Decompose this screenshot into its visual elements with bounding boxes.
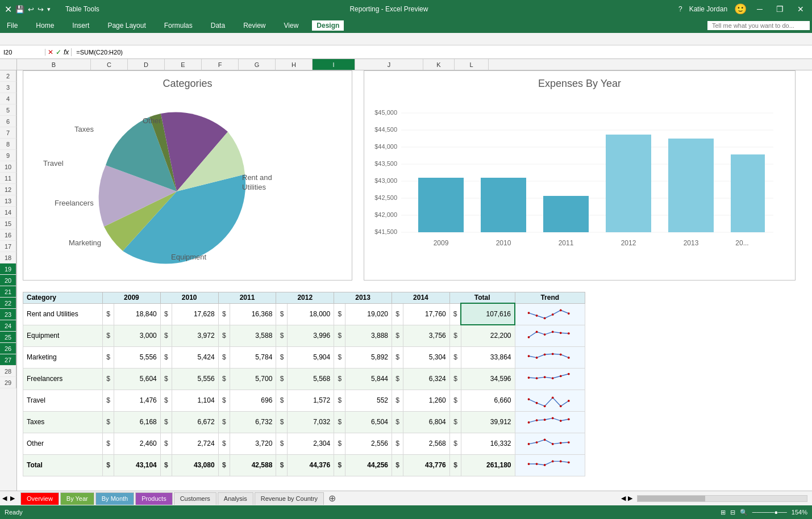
col-header-C[interactable]: C: [91, 59, 128, 70]
cell-total[interactable]: 22,200: [461, 325, 515, 346]
th-2013[interactable]: 2013: [334, 292, 392, 304]
col-header-E[interactable]: E: [165, 59, 202, 70]
cell-value[interactable]: 3,000: [114, 325, 161, 346]
cell-total[interactable]: 261,180: [461, 454, 515, 476]
cell-value[interactable]: 696: [230, 390, 276, 411]
tab-view[interactable]: View: [280, 20, 303, 31]
help-icon[interactable]: ?: [678, 5, 682, 13]
cell-value[interactable]: 5,700: [230, 368, 276, 390]
scroll-right-arrow[interactable]: ◀: [621, 495, 626, 502]
formula-fx[interactable]: fx: [64, 48, 69, 56]
cell-category[interactable]: Equipment: [23, 325, 103, 346]
cell-value[interactable]: 17,628: [172, 303, 218, 325]
zoom-in-icon[interactable]: 🔍: [740, 509, 748, 516]
cell-value[interactable]: 18,840: [114, 303, 161, 325]
cell-value[interactable]: 16,368: [230, 303, 276, 325]
cell-category[interactable]: Taxes: [23, 411, 103, 433]
tab-page-layout[interactable]: Page Layout: [103, 20, 150, 31]
table-row[interactable]: Rent and Utilities$18,840$17,628$16,368$…: [23, 303, 585, 325]
cell-category[interactable]: Freelancers: [23, 368, 103, 390]
cell-value[interactable]: 6,168: [114, 411, 161, 433]
cell-value[interactable]: 18,000: [288, 303, 334, 325]
th-2014[interactable]: 2014: [392, 292, 449, 304]
tab-data[interactable]: Data: [206, 20, 230, 31]
table-row[interactable]: Marketing$5,556$5,424$5,784$5,904$5,892$…: [23, 346, 585, 368]
cell-total[interactable]: 107,616: [461, 303, 515, 325]
tab-formulas[interactable]: Formulas: [160, 20, 197, 31]
table-row[interactable]: Travel$1,476$1,104$696$1,572$552$1,260$6…: [23, 390, 585, 411]
cell-value[interactable]: 5,568: [288, 368, 334, 390]
cell-value[interactable]: 3,888: [345, 325, 392, 346]
cell-value[interactable]: 1,572: [288, 390, 334, 411]
sheet-tab-bymonth[interactable]: By Month: [95, 492, 134, 505]
th-2011[interactable]: 2011: [218, 292, 276, 304]
cell-total[interactable]: 34,596: [461, 368, 515, 390]
table-row[interactable]: Other$2,460$2,724$3,720$2,304$2,556$2,56…: [23, 433, 585, 454]
tab-insert[interactable]: Insert: [68, 20, 94, 31]
cell-value[interactable]: 5,424: [172, 346, 218, 368]
cell-value[interactable]: 2,568: [403, 433, 449, 454]
cell-value[interactable]: 5,556: [172, 368, 218, 390]
cell-value[interactable]: 3,720: [230, 433, 276, 454]
cell-value[interactable]: 3,588: [230, 325, 276, 346]
cell-category[interactable]: Marketing: [23, 346, 103, 368]
win-minimize[interactable]: ─: [753, 5, 766, 14]
scroll-sheets-left[interactable]: ◀: [2, 495, 7, 502]
win-close[interactable]: ✕: [794, 5, 807, 14]
sheet-tab-analysis[interactable]: Analysis: [218, 492, 253, 505]
th-category[interactable]: Category: [23, 292, 103, 304]
cell-category[interactable]: Other: [23, 433, 103, 454]
page-layout-icon[interactable]: ⊞: [721, 509, 726, 516]
cell-value[interactable]: 6,504: [345, 411, 392, 433]
cell-total[interactable]: 33,864: [461, 346, 515, 368]
cell-value[interactable]: 6,672: [172, 411, 218, 433]
scroll-right-arrow2[interactable]: ▶: [628, 495, 632, 502]
cell-value[interactable]: 5,784: [230, 346, 276, 368]
cell-value[interactable]: 6,804: [403, 411, 449, 433]
cell-value[interactable]: 7,032: [288, 411, 334, 433]
sheet-tab-byyear[interactable]: By Year: [60, 492, 94, 505]
cell-value[interactable]: 43,080: [172, 454, 218, 476]
cell-value[interactable]: 552: [345, 390, 392, 411]
table-row[interactable]: Freelancers$5,604$5,556$5,700$5,568$5,84…: [23, 368, 585, 390]
cell-total[interactable]: 16,332: [461, 433, 515, 454]
page-break-icon[interactable]: ⊟: [730, 509, 735, 516]
cell-value[interactable]: 5,604: [114, 368, 161, 390]
cell-value[interactable]: 19,020: [345, 303, 392, 325]
sheet-tab-customers[interactable]: Customers: [174, 492, 216, 505]
th-2012[interactable]: 2012: [276, 292, 334, 304]
scroll-sheets-right[interactable]: ▶: [10, 495, 15, 502]
cell-value[interactable]: 43,104: [114, 454, 161, 476]
cell-value[interactable]: 2,304: [288, 433, 334, 454]
zoom-slider[interactable]: ─────●──: [752, 509, 787, 516]
sheet-tab-revenue[interactable]: Revenue by Country: [255, 492, 324, 505]
cell-total[interactable]: 39,912: [461, 411, 515, 433]
table-row[interactable]: Taxes$6,168$6,672$6,732$7,032$6,504$6,80…: [23, 411, 585, 433]
tab-home[interactable]: Home: [31, 20, 59, 31]
quick-access-more[interactable]: ▾: [47, 6, 51, 13]
cell-value[interactable]: 3,756: [403, 325, 449, 346]
cell-value[interactable]: 2,460: [114, 433, 161, 454]
quick-access-redo[interactable]: ↪: [38, 5, 44, 14]
win-restore[interactable]: ❐: [773, 5, 787, 14]
cell-value[interactable]: 44,376: [288, 454, 334, 476]
cell-value[interactable]: 5,304: [403, 346, 449, 368]
table-row[interactable]: Equipment$3,000$3,972$3,588$3,996$3,888$…: [23, 325, 585, 346]
tab-review[interactable]: Review: [239, 20, 270, 31]
cell-value[interactable]: 2,556: [345, 433, 392, 454]
cell-value[interactable]: 6,732: [230, 411, 276, 433]
tab-design[interactable]: Design: [312, 20, 344, 31]
cell-value[interactable]: 42,588: [230, 454, 276, 476]
table-row[interactable]: Total$43,104$43,080$42,588$44,376$44,256…: [23, 454, 585, 476]
add-sheet-button[interactable]: ⊕: [325, 493, 339, 504]
cell-category[interactable]: Travel: [23, 390, 103, 411]
cell-value[interactable]: 5,556: [114, 346, 161, 368]
col-header-B[interactable]: B: [17, 59, 91, 70]
formula-cancel[interactable]: ✕: [48, 48, 53, 56]
cell-value[interactable]: 43,776: [403, 454, 449, 476]
cell-value[interactable]: 5,904: [288, 346, 334, 368]
col-header-K[interactable]: K: [423, 59, 455, 70]
cell-value[interactable]: 17,760: [403, 303, 449, 325]
cell-value[interactable]: 1,260: [403, 390, 449, 411]
cell-value[interactable]: 1,104: [172, 390, 218, 411]
